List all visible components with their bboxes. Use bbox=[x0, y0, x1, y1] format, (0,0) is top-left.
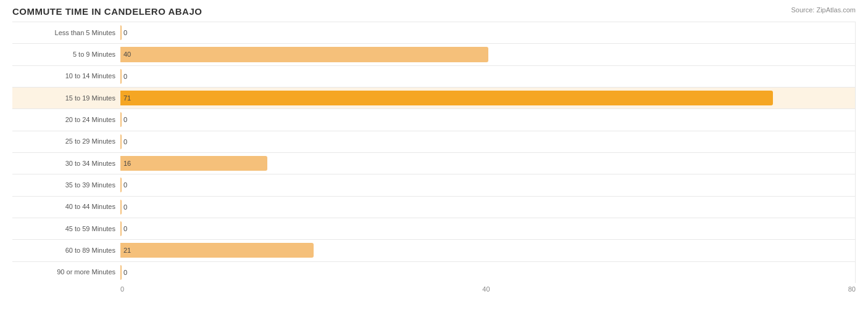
bar: 0 bbox=[120, 112, 122, 127]
axis-row: 04080 bbox=[12, 284, 856, 293]
row-label: 10 to 14 Minutes bbox=[12, 72, 120, 80]
bar: 0 bbox=[120, 25, 122, 40]
axis-labels: 04080 bbox=[120, 284, 856, 293]
bar-row: 15 to 19 Minutes71 bbox=[12, 87, 856, 108]
bar-row: 60 to 89 Minutes21 bbox=[12, 239, 856, 261]
row-label: 40 to 44 Minutes bbox=[12, 203, 120, 211]
row-label: 90 or more Minutes bbox=[12, 268, 120, 276]
bar-value-label: 0 bbox=[123, 181, 127, 189]
bar-value-label: 0 bbox=[123, 225, 127, 232]
bar: 0 bbox=[120, 221, 122, 236]
bar: 21 bbox=[120, 243, 314, 258]
row-label: 20 to 24 Minutes bbox=[12, 116, 120, 124]
bar-row: 25 to 29 Minutes0 bbox=[12, 131, 856, 152]
bar-value-label: 21 bbox=[123, 247, 131, 254]
bar-row: 5 to 9 Minutes40 bbox=[12, 43, 856, 65]
bar: 0 bbox=[120, 69, 122, 84]
bar-area: 0 bbox=[120, 131, 856, 152]
chart-container: COMMUTE TIME IN CANDELERO ABAJO Source: … bbox=[0, 0, 868, 323]
chart-title: COMMUTE TIME IN CANDELERO ABAJO bbox=[12, 6, 202, 17]
bar-row: Less than 5 Minutes0 bbox=[12, 22, 856, 43]
bar-value-label: 0 bbox=[123, 73, 127, 80]
row-label: 25 to 29 Minutes bbox=[12, 137, 120, 145]
bar-area: 0 bbox=[120, 22, 856, 43]
bar-area: 40 bbox=[120, 44, 856, 65]
bar: 0 bbox=[120, 265, 122, 280]
axis-label: 0 bbox=[120, 285, 124, 293]
axis-label: 40 bbox=[482, 285, 490, 293]
bar-value-label: 71 bbox=[123, 94, 131, 102]
bar-area: 21 bbox=[120, 240, 856, 261]
bar-area: 0 bbox=[120, 262, 856, 283]
row-label: 5 to 9 Minutes bbox=[12, 51, 120, 59]
bar-value-label: 16 bbox=[123, 160, 131, 167]
bar-area: 16 bbox=[120, 153, 856, 174]
chart-header: COMMUTE TIME IN CANDELERO ABAJO Source: … bbox=[12, 6, 856, 17]
bar-value-label: 40 bbox=[123, 51, 131, 58]
bar-area: 0 bbox=[120, 66, 856, 87]
row-label: 35 to 39 Minutes bbox=[12, 181, 120, 189]
bar-area: 0 bbox=[120, 109, 856, 130]
bar-area: 0 bbox=[120, 197, 856, 218]
axis-label: 80 bbox=[848, 285, 856, 293]
row-label: Less than 5 Minutes bbox=[12, 29, 120, 37]
bar-area: 0 bbox=[120, 218, 856, 239]
row-label: 30 to 34 Minutes bbox=[12, 160, 120, 168]
bar: 0 bbox=[120, 200, 122, 215]
bar-row: 30 to 34 Minutes16 bbox=[12, 152, 856, 174]
bar-row: 40 to 44 Minutes0 bbox=[12, 196, 856, 218]
bar-row: 10 to 14 Minutes0 bbox=[12, 65, 856, 87]
bar-row: 20 to 24 Minutes0 bbox=[12, 108, 856, 130]
bar-area: 71 bbox=[120, 88, 856, 108]
bar-row: 90 or more Minutes0 bbox=[12, 261, 856, 283]
bar: 0 bbox=[120, 178, 122, 192]
row-label: 60 to 89 Minutes bbox=[12, 247, 120, 255]
bar: 71 bbox=[120, 91, 773, 105]
bar-row: 35 to 39 Minutes0 bbox=[12, 174, 856, 195]
bar: 16 bbox=[120, 156, 267, 171]
bar-row: 45 to 59 Minutes0 bbox=[12, 218, 856, 239]
row-label: 15 to 19 Minutes bbox=[12, 94, 120, 102]
bar-area: 0 bbox=[120, 174, 856, 195]
bar-value-label: 0 bbox=[123, 116, 127, 123]
bar-value-label: 0 bbox=[123, 138, 127, 145]
bar-value-label: 0 bbox=[123, 203, 127, 211]
chart-body: Less than 5 Minutes05 to 9 Minutes4010 t… bbox=[12, 22, 856, 283]
bar: 40 bbox=[120, 47, 488, 62]
chart-source: Source: ZipAtlas.com bbox=[791, 6, 856, 14]
bar: 0 bbox=[120, 134, 122, 149]
bar-value-label: 0 bbox=[123, 29, 127, 36]
row-label: 45 to 59 Minutes bbox=[12, 225, 120, 233]
bar-value-label: 0 bbox=[123, 269, 127, 276]
